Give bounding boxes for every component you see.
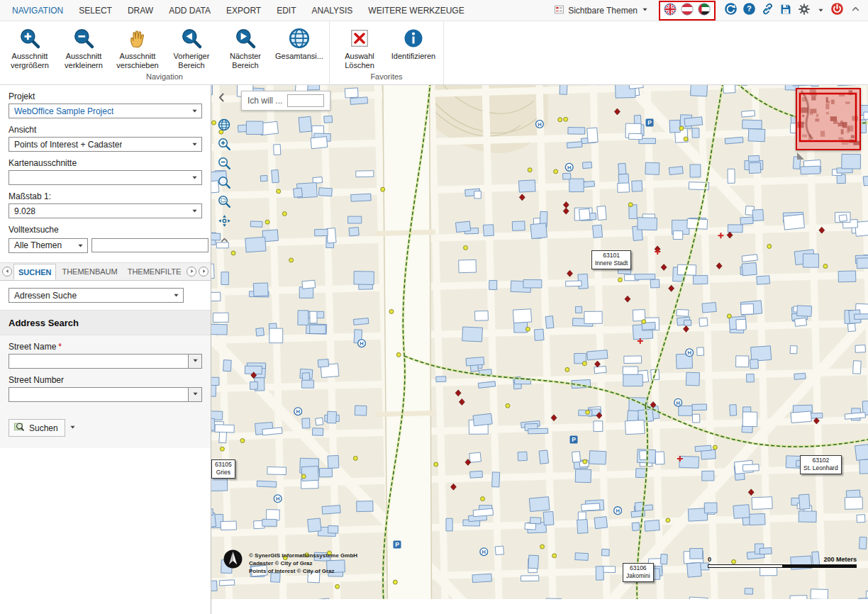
language-arabic-button[interactable] [697,4,711,18]
menu-tab-export[interactable]: EXPORT [218,0,269,21]
panel-tabs: SUCHEN THEMENBAUM THEMENFILTER [0,262,211,281]
street-number-combo [9,387,202,402]
menu-tab-analysis[interactable]: ANALYSIS [304,0,361,21]
volltextsuche-row: Alle Themen [9,237,202,254]
street-name-input[interactable] [9,354,189,369]
previous-extent-icon [180,26,203,51]
suchen-options-button[interactable] [67,421,79,435]
street-number-input[interactable] [9,387,189,402]
massstab-value: 9.028 [14,206,35,216]
settings-button[interactable] [797,4,811,18]
massstab-select[interactable]: 9.028 [9,203,202,218]
scalebar-segment [782,565,856,567]
menu-tab-weitere-werkzeuge[interactable]: WEITERE WERKZEUGE [360,0,472,21]
district-label: 63101 Innere Stadt [591,250,631,269]
zoom-out-button[interactable]: Ausschnittverkleinern [57,25,111,70]
tab-themenfilter[interactable]: THEMENFILTER [123,264,182,280]
reload-button[interactable] [723,4,738,18]
language-english-button[interactable] [663,4,677,18]
ich-will-widget[interactable]: Ich will ... [241,91,330,111]
street-number-label: Street Number [9,375,202,385]
tool-label: Auswahl [345,52,374,61]
svg-text:H: H [687,350,691,356]
overview-collapse-handle[interactable] [797,152,804,160]
map-copyright: © SynerGIS Informationssysteme GmbH Cada… [249,552,357,576]
svg-text:?: ? [747,4,752,13]
pan-hand-icon [126,26,149,51]
tab-suchen[interactable]: SUCHEN [13,264,56,280]
street-name-dropdown-button[interactable] [189,354,202,369]
chevron-down-icon [191,357,199,367]
menu-tabs: NAVIGATION SELECT DRAW ADD DATA EXPORT E… [4,0,472,21]
map-center-button[interactable] [216,213,233,230]
map-zoom-window-button[interactable] [216,194,233,211]
scalebar-start-label: 0 [708,556,711,563]
chevron-down-icon [75,242,86,250]
map-zoom-in-button[interactable] [216,137,233,154]
chevron-right-icon [189,267,195,277]
ich-will-input[interactable] [287,94,324,107]
help-button[interactable]: ? [742,4,756,18]
panel-collapse-button[interactable] [216,92,227,106]
chevron-up-icon [850,4,861,17]
tool-label: Vorheriger [174,52,210,61]
address-search-section: Address Search Street Name* Street Numbe… [0,310,211,448]
language-austria-button[interactable] [680,4,694,18]
tabs-overflow-button[interactable] [199,267,208,277]
zoom-in-icon [18,26,41,51]
zoom-in-button[interactable]: Ausschnittvergrößern [3,25,57,70]
share-link-button[interactable] [760,4,774,18]
kartenausschnitte-select[interactable] [9,170,202,185]
projekt-select[interactable]: WebOffice Sample Project [9,104,202,118]
menu-tab-edit[interactable]: EDIT [269,0,304,21]
menu-tab-navigation[interactable]: NAVIGATION [4,0,71,21]
pan-button[interactable]: Ausschnittverschieben [111,25,165,70]
overview-map[interactable] [796,88,861,150]
map-full-extent-button[interactable] [216,118,233,135]
ansicht-select[interactable]: Points of Interest + Cadaster [9,137,202,152]
zoom-out-icon [217,156,232,174]
volltextsuche-scope-select[interactable]: Alle Themen [9,238,88,253]
info-icon [403,26,424,51]
required-marker: * [58,342,62,352]
tabs-scroll-right-button[interactable] [187,267,196,277]
tabs-scroll-left-button[interactable] [2,267,12,277]
street-name-label: Street Name* [9,342,202,352]
map-zoom-out-button[interactable] [216,156,233,173]
tab-themenbaum[interactable]: THEMENBAUM [57,264,121,280]
collapse-ribbon-button[interactable] [848,4,862,18]
menu-tab-draw[interactable]: DRAW [120,0,161,21]
chevron-down-icon [69,423,77,433]
map-zoom-prev-button[interactable] [216,175,233,192]
map-container: HHHHHHHHHPPP Ich will ... 63101 Innere S… [211,85,868,599]
map-canvas[interactable]: HHHHHHHHHPPP [211,85,868,599]
menu-tab-select[interactable]: SELECT [71,0,120,21]
district-name: Gries [215,469,232,476]
menu-tab-add-data[interactable]: ADD DATA [161,0,218,21]
zoom-window-icon [217,194,232,212]
logout-button[interactable] [830,4,844,18]
weboffice-app: NAVIGATION SELECT DRAW ADD DATA EXPORT E… [0,0,868,614]
suchen-button[interactable]: Suchen [9,419,65,437]
previous-extent-button[interactable]: VorherigerBereich [165,25,218,70]
map-toolbar-collapse-button[interactable] [216,233,233,250]
scalebar-segment [708,565,782,567]
globe-icon [217,118,231,135]
visible-themes-dropdown[interactable]: Sichtbare Themen [554,4,649,17]
tool-label: Ausschnitt [11,52,49,61]
layers-icon [554,4,564,17]
north-arrow-icon [223,549,243,572]
identify-button[interactable]: Identifizieren [386,25,440,61]
clear-selection-button[interactable]: AuswahlLöschen [333,25,386,70]
settings-caret-button[interactable] [816,4,825,18]
district-code: 63101 [595,252,628,259]
search-type-select[interactable]: Adressen Suche [9,288,184,303]
full-extent-button[interactable]: Gesamtansi... [272,25,326,61]
save-button[interactable] [779,4,793,18]
volltextsuche-input[interactable] [91,238,208,252]
tool-label: Ausschnitt [65,52,103,61]
next-extent-button[interactable]: NächsterBereich [218,25,272,70]
copyright-line: Points of Interest © City of Graz [249,567,357,575]
chevron-down-icon [189,174,200,182]
street-number-dropdown-button[interactable] [189,387,202,402]
